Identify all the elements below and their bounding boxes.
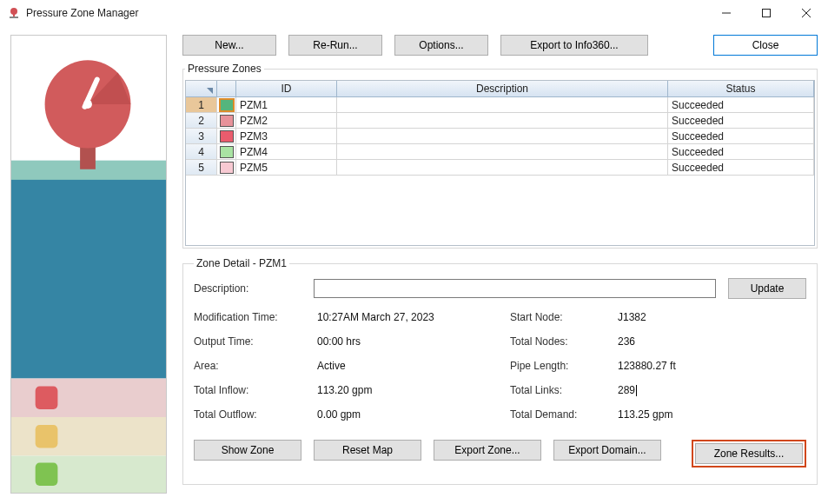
minimize-button[interactable]	[706, 0, 746, 26]
svg-rect-16	[11, 379, 166, 418]
sidebar-illustration	[10, 35, 167, 494]
row-color-swatch[interactable]	[217, 97, 236, 112]
row-color-swatch[interactable]	[217, 113, 236, 128]
svg-marker-9	[11, 175, 166, 379]
pipelength-value: 123880.27 ft	[618, 360, 731, 372]
row-number[interactable]: 4	[186, 144, 217, 159]
totaldemand-value: 113.25 gpm	[618, 408, 731, 421]
startnode-label: Start Node:	[510, 311, 614, 323]
modtime-label: Modification Time:	[194, 311, 314, 323]
row-description[interactable]	[337, 129, 668, 143]
titlebar: Pressure Zone Manager	[0, 0, 828, 26]
rerun-button[interactable]: Re-Run...	[288, 35, 382, 56]
totalnodes-value: 236	[618, 335, 731, 348]
window-title: Pressure Zone Manager	[26, 7, 138, 19]
description-label: Description:	[194, 282, 301, 295]
top-toolbar: New... Re-Run... Options... Export to In…	[182, 35, 818, 56]
update-button[interactable]: Update	[728, 278, 806, 299]
table-row[interactable]: 5PZM5Succeeded	[186, 160, 814, 176]
totaldemand-label: Total Demand:	[510, 408, 614, 421]
totaloutflow-value: 0.00 gpm	[317, 408, 507, 421]
show-zone-button[interactable]: Show Zone	[194, 440, 301, 461]
zones-table[interactable]: ID Description Status 1PZM1Succeeded2PZM…	[185, 80, 815, 246]
close-window-button[interactable]	[786, 0, 826, 26]
description-header[interactable]: Description	[337, 81, 668, 96]
row-color-swatch[interactable]	[217, 129, 236, 143]
totalinflow-label: Total Inflow:	[194, 384, 314, 396]
row-number[interactable]: 2	[186, 113, 217, 128]
id-header[interactable]: ID	[236, 81, 337, 96]
zone-detail-legend: Zone Detail - PZM1	[194, 257, 289, 269]
row-description[interactable]	[337, 113, 668, 128]
row-id[interactable]: PZM2	[236, 113, 337, 128]
totalnodes-label: Total Nodes:	[510, 335, 614, 348]
row-description[interactable]	[337, 160, 668, 175]
description-input[interactable]	[314, 279, 716, 298]
startnode-value: J1382	[618, 311, 731, 323]
row-id[interactable]: PZM5	[236, 160, 337, 175]
export-domain-button[interactable]: Export Domain...	[553, 440, 661, 461]
outputtime-value: 00:00 hrs	[317, 335, 507, 348]
reset-map-button[interactable]: Reset Map	[314, 440, 421, 461]
pressure-zones-group: Pressure Zones ID Description Status 1PZ…	[182, 63, 818, 249]
outputtime-label: Output Time:	[194, 335, 314, 348]
svg-point-15	[83, 100, 92, 109]
totalinflow-value: 113.20 gpm	[317, 384, 507, 396]
svg-rect-2	[10, 17, 18, 18]
svg-rect-19	[36, 387, 58, 409]
color-header	[217, 81, 236, 96]
row-number[interactable]: 1	[186, 97, 217, 112]
table-row[interactable]: 4PZM4Succeeded	[186, 144, 814, 160]
totallinks-value: 289	[618, 384, 731, 396]
row-number[interactable]: 5	[186, 160, 217, 175]
row-status[interactable]: Succeeded	[668, 113, 814, 128]
svg-rect-17	[11, 417, 166, 456]
row-description[interactable]	[337, 97, 668, 112]
row-description[interactable]	[337, 144, 668, 159]
svg-rect-20	[36, 425, 58, 448]
maximize-button[interactable]	[746, 0, 786, 26]
table-row[interactable]: 1PZM1Succeeded	[186, 97, 814, 113]
close-button[interactable]: Close	[713, 35, 818, 56]
row-id[interactable]: PZM1	[236, 97, 337, 112]
svg-rect-21	[36, 463, 58, 486]
svg-rect-18	[11, 456, 166, 493]
app-icon	[7, 6, 21, 20]
pressure-zones-legend: Pressure Zones	[185, 63, 264, 75]
row-number[interactable]: 3	[186, 129, 217, 143]
zone-results-highlight: Zone Results...	[692, 440, 806, 468]
table-row[interactable]: 3PZM3Succeeded	[186, 129, 814, 144]
zone-results-button[interactable]: Zone Results...	[695, 443, 803, 464]
totaloutflow-label: Total Outflow:	[194, 408, 314, 421]
row-id[interactable]: PZM4	[236, 144, 337, 159]
row-color-swatch[interactable]	[217, 144, 236, 159]
row-status[interactable]: Succeeded	[668, 144, 814, 159]
row-status[interactable]: Succeeded	[668, 97, 814, 112]
modtime-value: 10:27AM March 27, 2023	[317, 311, 507, 323]
row-status[interactable]: Succeeded	[668, 129, 814, 143]
zone-detail-group: Zone Detail - PZM1 Description: Update M…	[182, 257, 818, 485]
new-button[interactable]: New...	[182, 35, 276, 56]
svg-rect-4	[763, 10, 771, 17]
options-button[interactable]: Options...	[394, 35, 488, 56]
row-status[interactable]: Succeeded	[668, 160, 814, 175]
table-header: ID Description Status	[186, 81, 814, 97]
table-row[interactable]: 2PZM2Succeeded	[186, 113, 814, 129]
area-label: Area:	[194, 360, 314, 372]
pipelength-label: Pipe Length:	[510, 360, 614, 372]
zone-action-toolbar: Show Zone Reset Map Export Zone... Expor…	[194, 440, 806, 468]
svg-point-0	[10, 8, 17, 15]
area-value: Active	[317, 360, 507, 372]
totallinks-label: Total Links:	[510, 384, 614, 396]
row-id[interactable]: PZM3	[236, 129, 337, 143]
row-header-corner[interactable]	[186, 81, 217, 96]
row-color-swatch[interactable]	[217, 160, 236, 175]
status-header[interactable]: Status	[668, 81, 814, 96]
export-info360-button[interactable]: Export to Info360...	[500, 35, 648, 56]
export-zone-button[interactable]: Export Zone...	[434, 440, 541, 461]
